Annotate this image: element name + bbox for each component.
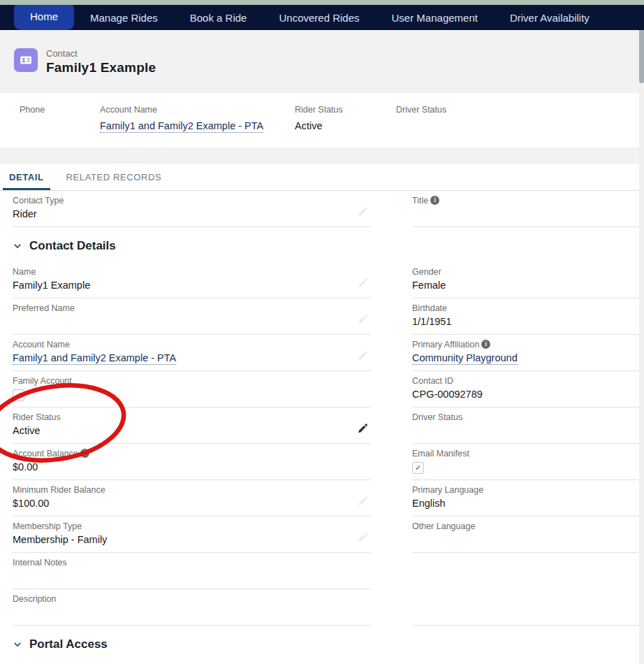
nav-item-book-a-ride[interactable]: Book a Ride <box>174 5 263 30</box>
field-value <box>13 316 371 329</box>
field-label-text: Contact Type <box>13 196 64 205</box>
field-preferred-name: Preferred Name <box>13 298 371 335</box>
field-label-text: Email Manifest <box>412 449 469 459</box>
highlight-field-rider-status: Rider StatusActive <box>295 105 396 133</box>
field-label: Family Account <box>13 371 371 386</box>
record-link[interactable]: Family1 and Family2 Example - PTA <box>100 120 263 133</box>
chevron-down-icon[interactable] <box>13 640 22 649</box>
field-email-manifest: Email Manifest✓ <box>412 444 644 480</box>
edit-pencil-icon[interactable] <box>357 206 368 217</box>
field-internal-notes: Internal Notes <box>13 553 371 589</box>
field-title: Titlei <box>412 191 644 227</box>
field-label: Account Name <box>100 105 295 115</box>
field-label: Rider Status <box>295 105 396 115</box>
field-label-text: Family Account <box>13 376 72 386</box>
field-value: Membership - Family <box>13 534 371 547</box>
field-value <box>412 534 644 547</box>
field-value: Active <box>13 425 371 438</box>
tab-detail[interactable]: DETAIL <box>3 164 50 190</box>
field-label-text: Name <box>13 267 36 277</box>
field-label-text: Internal Notes <box>13 558 67 568</box>
section-header-contact-details: Contact Details <box>0 227 644 262</box>
checkbox-checked-icon[interactable]: ✓ <box>412 462 424 474</box>
field-site-portal-access: Site Portal Access <box>13 661 371 664</box>
field-other-language: Other Language <box>412 517 644 553</box>
field-label-text: Other Language <box>412 521 475 531</box>
field-row: Minimum Rider Balance$100.00Primary Lang… <box>0 480 644 517</box>
field-value: CPG-00092789 <box>412 389 644 402</box>
nav-item-home[interactable]: Home <box>14 2 74 30</box>
field-family-account: Family Account✓ <box>13 371 371 407</box>
field-label-text: Preferred Name <box>13 303 75 313</box>
contact-card-icon <box>14 48 38 72</box>
field-value <box>13 607 371 620</box>
field-value: Family1 Example <box>13 280 371 293</box>
field-value: ✓ <box>412 461 644 475</box>
field-label: Business Portal Access <box>412 661 644 664</box>
edit-pencil-icon[interactable] <box>357 314 368 325</box>
edit-pencil-icon[interactable] <box>357 532 368 543</box>
nav-item-uncovered-rides[interactable]: Uncovered Rides <box>263 5 375 30</box>
field-value: $100.00 <box>13 498 371 511</box>
field-label: Driver Status <box>412 407 644 422</box>
field-label-text: Birthdate <box>412 303 447 313</box>
field-label: Membership Type <box>13 517 371 531</box>
field-label-text: Primary Affiliation <box>412 340 479 349</box>
field-contact-id: Contact IDCPG-00092789 <box>412 371 644 407</box>
field-label: Account Balancei <box>13 444 371 459</box>
section-title: Contact Details <box>29 239 116 253</box>
empty-cell <box>412 553 644 589</box>
field-name: NameFamily1 Example <box>13 262 371 298</box>
info-icon: i <box>481 340 490 349</box>
field-row: NameFamily1 ExampleGenderFemale <box>0 262 644 298</box>
section-header-portal-access: Portal Access <box>0 626 644 661</box>
field-driver-status: Driver Status <box>412 407 644 444</box>
field-value: Family1 and Family2 Example - PTA <box>100 120 295 133</box>
tab-related-records[interactable]: RELATED RECORDS <box>60 164 168 190</box>
edit-pencil-icon[interactable] <box>357 496 368 507</box>
field-label-text: Primary Language <box>412 485 483 495</box>
field-label: Driver Status <box>396 105 446 115</box>
entity-label: Contact <box>46 48 156 59</box>
field-description: Description <box>13 589 371 626</box>
tab-bar: DETAILRELATED RECORDS <box>0 164 644 191</box>
nav-item-driver-availability[interactable]: Driver Availability <box>494 5 606 30</box>
nav-item-manage-rides[interactable]: Manage Rides <box>74 5 174 30</box>
field-value: Family1 and Family2 Example - PTA <box>13 352 371 366</box>
field-row: Site Portal AccessBusiness Portal Access <box>0 661 644 664</box>
checkbox-checked-icon[interactable]: ✓ <box>13 389 24 401</box>
edit-pencil-icon[interactable] <box>357 277 368 289</box>
field-birthdate: Birthdate1/1/1951 <box>412 298 644 335</box>
field-row: Internal Notes <box>0 553 644 589</box>
field-label: Site Portal Access <box>13 661 371 664</box>
field-value <box>20 120 100 133</box>
field-label: Description <box>13 589 371 604</box>
field-row: Account Balancei$0.00Email Manifest✓ <box>0 444 644 480</box>
edit-pencil-icon[interactable] <box>357 350 368 361</box>
field-value: Female <box>412 280 644 293</box>
highlight-field-phone: Phone <box>20 105 100 133</box>
field-label: Name <box>13 262 371 277</box>
field-value: $0.00 <box>13 461 371 475</box>
field-label: Primary Affiliationi <box>412 335 644 349</box>
record-link[interactable]: Family1 and Family2 Example - PTA <box>13 352 176 365</box>
field-value: Community Playground <box>412 352 644 366</box>
field-label: Rider Status <box>13 407 371 422</box>
field-row: Preferred NameBirthdate1/1/1951 <box>0 298 644 335</box>
field-primary-language: Primary LanguageEnglish <box>412 480 644 517</box>
chevron-down-icon[interactable] <box>13 241 22 251</box>
field-label: Internal Notes <box>13 553 371 568</box>
record-header: Contact Family1 Example <box>0 30 644 75</box>
field-row: Contact TypeRiderTitlei <box>0 191 644 227</box>
nav-item-user-management[interactable]: User Management <box>376 5 494 30</box>
record-link[interactable]: Community Playground <box>412 352 518 365</box>
field-account-name: Account NameFamily1 and Family2 Example … <box>13 335 371 371</box>
field-minimum-rider-balance: Minimum Rider Balance$100.00 <box>13 480 371 517</box>
field-value: Rider <box>13 208 371 222</box>
field-business-portal-access: Business Portal Access <box>412 661 644 664</box>
field-row: Description <box>0 589 644 626</box>
info-icon: i <box>80 449 89 458</box>
edit-pencil-icon[interactable] <box>357 423 368 434</box>
field-value: 1/1/1951 <box>412 316 644 329</box>
field-label-text: Contact ID <box>412 376 453 386</box>
